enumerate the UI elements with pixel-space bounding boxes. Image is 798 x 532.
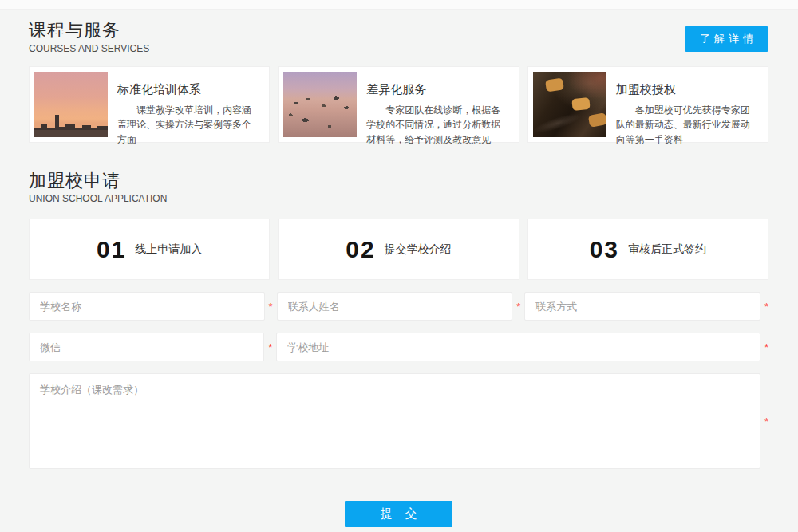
service-card-title: 加盟校授权 <box>616 82 757 97</box>
step-label: 审核后正式签约 <box>628 242 706 257</box>
application-steps-row: 01 线上申请加入 02 提交学校介绍 03 审核后正式签约 <box>29 219 768 280</box>
step-number: 02 <box>346 236 375 263</box>
submit-button-wrap: 提 交 <box>29 501 768 527</box>
school-intro-textarea[interactable] <box>29 373 760 469</box>
step-number: 01 <box>97 236 126 263</box>
service-card-text: 标准化培训体系 课堂教学改革培训，内容涵盖理论、实操方法与案例等多个方面 <box>108 72 264 137</box>
step-card-submit-intro: 02 提交学校介绍 <box>278 219 519 280</box>
desert-dusk-image <box>283 72 357 137</box>
step-label: 线上申请加入 <box>135 242 202 257</box>
form-row-3: * <box>29 373 768 469</box>
service-card-desc: 专家团队在线诊断，根据各学校的不同情况，通过分析数据材料等，给予评测及教改意见 <box>366 103 507 148</box>
school-address-input[interactable] <box>276 333 760 361</box>
services-section-header: 课程与服务 COURSES AND SERVICES 了解详情 <box>29 19 768 54</box>
learn-more-button[interactable]: 了解详情 <box>685 26 768 52</box>
service-card-title: 标准化培训体系 <box>117 82 258 97</box>
service-card-training[interactable]: 标准化培训体系 课堂教学改革培训，内容涵盖理论、实操方法与案例等多个方面 <box>29 66 270 143</box>
required-asterisk: * <box>760 416 768 427</box>
required-asterisk: * <box>264 342 272 353</box>
film-strip-image <box>533 72 606 137</box>
form-row-1: * * * <box>29 292 768 321</box>
services-title: 课程与服务 <box>29 19 768 41</box>
required-asterisk: * <box>760 301 768 312</box>
submit-button[interactable]: 提 交 <box>345 501 452 527</box>
application-section-header: 加盟校申请 UNION SCHOOL APPLICATION <box>29 170 768 205</box>
page-container: 课程与服务 COURSES AND SERVICES 了解详情 标准化培训体系 … <box>0 10 798 527</box>
step-card-apply-online: 01 线上申请加入 <box>29 219 270 280</box>
service-card-desc: 各加盟校可优先获得专家团队的最新动态、最新行业发展动向等第一手资料 <box>616 103 757 148</box>
step-number: 03 <box>590 236 619 263</box>
application-form: * * * * * <box>29 292 768 527</box>
service-card-text: 加盟校授权 各加盟校可优先获得专家团队的最新动态、最新行业发展动向等第一手资料 <box>606 72 763 137</box>
contact-method-field-group: * <box>524 292 768 321</box>
application-title: 加盟校申请 <box>29 170 768 192</box>
city-sunset-image <box>34 72 108 137</box>
school-name-input[interactable] <box>29 292 265 321</box>
step-label: 提交学校介绍 <box>385 242 452 257</box>
wechat-input[interactable] <box>29 333 264 361</box>
required-asterisk: * <box>512 301 520 312</box>
required-asterisk: * <box>265 301 273 312</box>
top-strip <box>0 0 798 10</box>
required-asterisk: * <box>760 342 768 353</box>
service-card-text: 差异化服务 专家团队在线诊断，根据各学校的不同情况，通过分析数据材料等，给予评测… <box>357 72 513 137</box>
contact-name-input[interactable] <box>277 292 513 321</box>
school-address-field-group: * <box>276 333 768 361</box>
service-card-title: 差异化服务 <box>366 82 507 97</box>
service-card-desc: 课堂教学改革培训，内容涵盖理论、实操方法与案例等多个方面 <box>117 103 258 148</box>
step-card-sign-contract: 03 审核后正式签约 <box>527 219 768 280</box>
contact-method-input[interactable] <box>524 292 760 321</box>
application-section: 加盟校申请 UNION SCHOOL APPLICATION 01 线上申请加入… <box>29 170 768 528</box>
service-cards-row: 标准化培训体系 课堂教学改革培训，内容涵盖理论、实操方法与案例等多个方面 差异化… <box>29 66 768 143</box>
form-row-2: * * <box>29 333 768 361</box>
application-subtitle: UNION SCHOOL APPLICATION <box>29 193 768 204</box>
wechat-field-group: * <box>29 333 272 361</box>
service-card-diagnosis[interactable]: 差异化服务 专家团队在线诊断，根据各学校的不同情况，通过分析数据材料等，给予评测… <box>278 66 519 143</box>
school-name-field-group: * <box>29 292 273 321</box>
school-intro-field-group: * <box>29 373 768 469</box>
service-card-authorization[interactable]: 加盟校授权 各加盟校可优先获得专家团队的最新动态、最新行业发展动向等第一手资料 <box>527 66 768 143</box>
services-subtitle: COURSES AND SERVICES <box>29 43 768 54</box>
contact-name-field-group: * <box>277 292 521 321</box>
